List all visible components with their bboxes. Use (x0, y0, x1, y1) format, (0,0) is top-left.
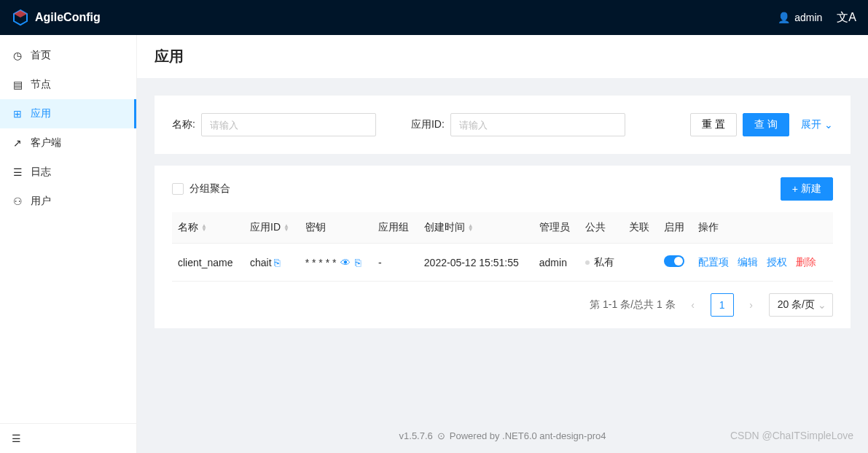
search-panel: 名称: 应用ID: 重 置 查 询 展开 ⌄ (155, 96, 851, 154)
eye-off-icon[interactable]: 👁 (340, 257, 351, 268)
dashboard-icon: ◷ (12, 50, 23, 61)
page-info: 第 1-1 条/总共 1 条 (590, 298, 675, 311)
app-icon: ⊞ (12, 108, 23, 120)
sidebar-item-users[interactable]: ⚇ 用户 (0, 187, 136, 216)
node-icon: ▤ (12, 79, 23, 90)
language-icon[interactable]: 文A (837, 10, 856, 26)
client-icon: ↗ (12, 137, 23, 149)
cell-related (623, 244, 658, 282)
cell-actions: 配置项 编辑 授权 删除 (692, 244, 833, 282)
log-icon: ☰ (12, 166, 23, 178)
header-brand: AgileConfig (12, 9, 101, 26)
col-public: 公共 (579, 212, 624, 244)
cell-public: 私有 (579, 244, 624, 282)
sidebar-item-label: 应用 (31, 107, 51, 120)
table-row: client_name chait ⎘ * * * * * 👁 ⎘ (172, 244, 833, 282)
github-icon[interactable]: ⊙ (437, 430, 445, 441)
search-appid-input[interactable] (450, 113, 625, 136)
sidebar-item-home[interactable]: ◷ 首页 (0, 41, 136, 70)
cell-created: 2022-05-12 15:51:55 (418, 244, 533, 282)
sidebar-item-label: 用户 (31, 195, 51, 208)
group-checkbox[interactable]: 分组聚合 (172, 182, 230, 195)
page-size-select[interactable]: 20 条/页 (769, 293, 833, 317)
col-enabled: 启用 (658, 212, 693, 244)
cell-name: client_name (172, 244, 244, 282)
col-related: 关联 (623, 212, 658, 244)
col-secret: 密钥 (300, 212, 372, 244)
cell-group: - (372, 244, 418, 282)
search-name-field: 名称: (172, 113, 376, 136)
sidebar-collapse[interactable]: ☰ (0, 423, 136, 453)
page-prev[interactable]: ‹ (684, 296, 702, 314)
footer: v1.5.7.6 ⊙ Powered by .NET6.0 ant-design… (137, 419, 868, 453)
sidebar-item-label: 日志 (31, 166, 51, 179)
reset-button[interactable]: 重 置 (690, 113, 737, 136)
sidebar-item-label: 节点 (31, 78, 51, 91)
user-icon: 👤 (778, 12, 790, 23)
header-right: 👤 admin 文A (778, 10, 856, 26)
top-header: AgileConfig 👤 admin 文A (0, 0, 868, 35)
sidebar-menu: ◷ 首页 ▤ 节点 ⊞ 应用 ↗ 客户端 ☰ 日志 ⚇ 用户 (0, 35, 136, 423)
enable-switch[interactable] (664, 255, 684, 267)
action-delete[interactable]: 删除 (796, 256, 816, 269)
plus-icon: + (792, 183, 798, 195)
col-appid[interactable]: 应用ID▲▼ (244, 212, 300, 244)
footer-powered: Powered by .NET6.0 ant-design-pro4 (450, 430, 606, 441)
page-next[interactable]: › (743, 296, 760, 314)
col-group: 应用组 (372, 212, 418, 244)
sidebar-item-apps[interactable]: ⊞ 应用 (0, 99, 136, 128)
sidebar-item-label: 客户端 (31, 136, 61, 150)
sidebar: ◷ 首页 ▤ 节点 ⊞ 应用 ↗ 客户端 ☰ 日志 ⚇ 用户 (0, 35, 137, 453)
col-admin: 管理员 (533, 212, 579, 244)
col-name[interactable]: 名称▲▼ (172, 212, 244, 244)
cell-appid: chait ⎘ (244, 244, 300, 282)
brand-name: AgileConfig (35, 11, 101, 24)
action-config[interactable]: 配置项 (698, 256, 729, 269)
col-actions: 操作 (692, 212, 833, 244)
search-name-label: 名称: (172, 118, 195, 131)
search-appid-label: 应用ID: (411, 118, 445, 131)
page-header: 应用 (137, 35, 868, 78)
col-created[interactable]: 创建时间▲▼ (418, 212, 533, 244)
cell-secret: * * * * * 👁 ⎘ (300, 244, 372, 282)
search-appid-field: 应用ID: (411, 113, 625, 136)
footer-version: v1.5.7.6 (399, 430, 433, 441)
group-label: 分组聚合 (189, 182, 230, 195)
apps-table: 名称▲▼ 应用ID▲▼ 密钥 应用组 创建时间▲▼ 管理员 公共 关联 启用 操… (172, 212, 833, 282)
logo-icon (12, 9, 29, 26)
page-title: 应用 (155, 47, 851, 66)
sidebar-item-label: 首页 (31, 49, 51, 62)
cell-admin: admin (533, 244, 579, 282)
new-button[interactable]: + 新建 (781, 177, 833, 201)
pagination: 第 1-1 条/总共 1 条 ‹ 1 › 20 条/页 (172, 282, 833, 317)
copy-icon[interactable]: ⎘ (355, 257, 361, 268)
username: admin (794, 12, 822, 23)
table-toolbar: 分组聚合 + 新建 (172, 177, 833, 201)
user-menu[interactable]: 👤 admin (778, 12, 822, 23)
chevron-down-icon: ⌄ (824, 119, 833, 131)
user-icon: ⚇ (12, 195, 23, 207)
cell-enabled (658, 244, 693, 282)
collapse-icon: ☰ (12, 433, 21, 444)
sidebar-item-logs[interactable]: ☰ 日志 (0, 158, 136, 187)
action-auth[interactable]: 授权 (767, 256, 787, 269)
action-edit[interactable]: 编辑 (738, 256, 758, 269)
table-panel: 分组聚合 + 新建 名称▲▼ 应用ID▲▼ 密钥 应用组 创 (155, 166, 851, 328)
search-name-input[interactable] (201, 113, 376, 136)
copy-icon[interactable]: ⎘ (274, 257, 280, 268)
sidebar-item-clients[interactable]: ↗ 客户端 (0, 128, 136, 158)
query-button[interactable]: 查 询 (743, 113, 789, 136)
sidebar-item-nodes[interactable]: ▤ 节点 (0, 70, 136, 99)
checkbox-icon (172, 183, 184, 195)
expand-link[interactable]: 展开 ⌄ (801, 118, 833, 131)
page-number[interactable]: 1 (711, 293, 734, 317)
main-content: 应用 名称: 应用ID: 重 置 查 询 (137, 35, 868, 453)
